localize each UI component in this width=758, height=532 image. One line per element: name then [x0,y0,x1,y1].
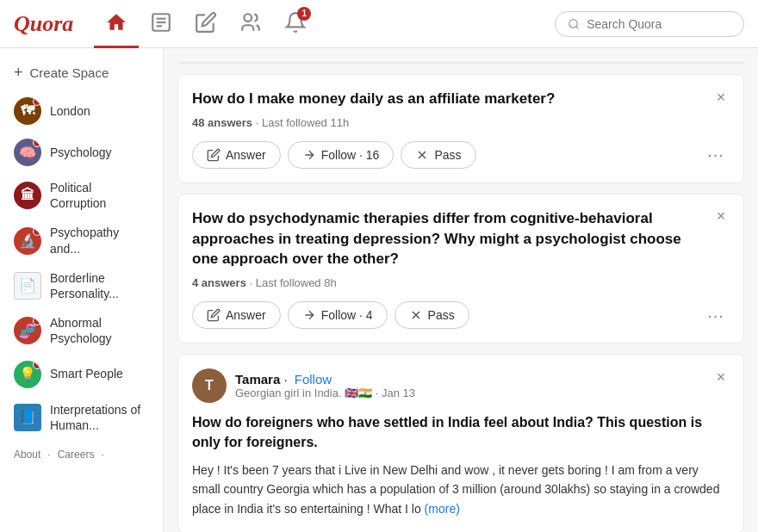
sidebar-item-political-corruption[interactable]: 🏛 Political Corruption [0,173,163,218]
create-space-button[interactable]: + Create Space [0,55,163,90]
close-button-1[interactable]: × [711,87,731,108]
political-corruption-label: Political Corruption [50,180,149,211]
sidebar-item-psychology[interactable]: 🧠 Psychology [0,132,163,173]
body: + Create Space 🗺 London 🧠 Psychology [0,48,758,532]
plus-icon: + [14,64,23,82]
london-label: London [50,103,90,119]
pass-button-1[interactable]: Pass [401,141,475,169]
interpretations-avatar: 📘 [14,404,41,431]
answer-icon-1 [207,148,221,162]
post-header: T Tamara · Follow Georgian girl in India… [192,368,730,403]
sidebar-item-abnormal[interactable]: 🧬 Abnormal Psychology [0,308,163,353]
close-button-post[interactable]: × [711,367,731,387]
question-card-1: × How do I make money daily as an affili… [177,74,744,183]
question-card-2: × How do psychodynamic therapies differ … [177,194,744,343]
careers-link[interactable]: Careers [58,448,95,461]
search-box[interactable] [555,11,744,37]
svg-point-4 [245,14,252,22]
svg-point-5 [569,19,577,27]
more-button-2[interactable]: ··· [702,301,730,329]
nav-icons: 1 [94,0,318,48]
sidebar-item-smart-people[interactable]: 💡 Smart People [0,354,163,395]
answer-button-2[interactable]: Answer [192,301,281,329]
nav-answers[interactable] [139,0,183,48]
abnormal-avatar: 🧬 [14,317,41,344]
follow-button-2[interactable]: Follow · 4 [288,301,388,329]
london-avatar: 🗺 [14,97,41,125]
post-more-link[interactable]: (more) [425,502,460,516]
questions-header-card[interactable]: Questions for you › [177,62,744,64]
follow-icon-2 [302,308,316,322]
post-question-title: How do foreigners who have settled in In… [192,413,730,452]
svg-line-6 [576,26,579,28]
sidebar-item-interpretations[interactable]: 📘 Interpretations of Human... [0,395,163,440]
close-button-2[interactable]: × [711,207,731,227]
header: Quora 1 [0,0,758,48]
post-card-tamara: × T Tamara · Follow Georgian girl in Ind… [177,354,744,532]
abnormal-label: Abnormal Psychology [50,315,149,346]
pass-icon-1 [415,148,429,162]
search-icon [568,17,580,31]
follow-icon-1 [302,148,316,162]
sidebar-item-london[interactable]: 🗺 London [0,90,163,132]
pass-button-2[interactable]: Pass [395,301,469,329]
tamara-avatar: T [192,368,227,403]
follow-button-1[interactable]: Follow · 16 [288,141,395,169]
sidebar-item-psychopathy[interactable]: 🔬 Psychopathy and... [0,218,163,263]
more-button-1[interactable]: ··· [702,141,730,169]
answer-icon-2 [207,308,221,322]
sidebar-item-borderline[interactable]: 📄 Borderline Personality... [0,263,163,308]
nav-people[interactable] [228,0,273,48]
answer-button-1[interactable]: Answer [192,141,281,169]
psychopathy-label: Psychopathy and... [50,225,149,256]
political-corruption-avatar: 🏛 [14,182,41,209]
psychology-label: Psychology [50,145,112,160]
questions-header[interactable]: Questions for you › [178,63,743,64]
main-content: Questions for you › × How do I make mone… [164,48,758,532]
post-author-name: Tamara [235,372,280,387]
interpretations-label: Interpretations of Human... [50,402,149,433]
question-actions-2: Answer Follow · 4 Pass ··· [192,301,730,329]
nav-home[interactable] [94,0,139,48]
nav-write[interactable] [183,0,228,48]
question-actions-1: Answer Follow · 16 Pass ··· [192,141,730,169]
psychology-avatar: 🧠 [14,139,41,166]
post-follow-link[interactable]: Follow [295,372,332,387]
about-link[interactable]: About [14,448,40,461]
question-title-1: How do I make money daily as an affiliat… [192,89,730,109]
notification-badge: 1 [297,7,311,21]
question-title-2: How do psychodynamic therapies differ fr… [192,208,730,269]
post-body-text: Hey ! It's been 7 years that i Live in N… [192,461,730,518]
pass-icon-2 [409,308,423,322]
question-meta-2: 4 answers · Last followed 8h [192,276,730,289]
search-input[interactable] [587,17,731,31]
smart-people-avatar: 💡 [14,361,41,388]
logo[interactable]: Quora [14,11,73,37]
smart-people-label: Smart People [50,366,123,381]
question-meta-1: 48 answers · Last followed 11h [192,116,730,129]
sidebar-footer: About · Careers · [0,440,163,469]
nav-notifications[interactable]: 1 [273,0,318,48]
create-space-label: Create Space [30,65,109,80]
post-subtitle: Georgian girl in India. 🇬🇧🇮🇳 · Jan 13 [235,387,415,399]
borderline-avatar: 📄 [14,272,41,300]
borderline-label: Borderline Personality... [50,270,149,301]
psychopathy-avatar: 🔬 [14,227,41,255]
sidebar: + Create Space 🗺 London 🧠 Psychology [0,48,164,532]
